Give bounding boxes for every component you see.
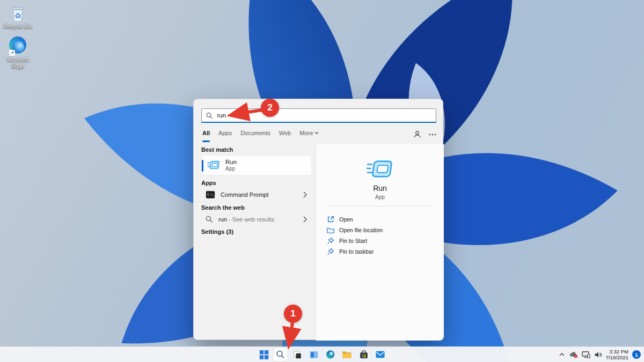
best-match-result-run[interactable]: Run App [201,155,312,175]
tray-date: 7/19/2021 [606,354,628,360]
apps-header: Apps [201,180,216,186]
edge-button[interactable] [324,348,338,361]
recycle-bin-icon: ♻ [8,3,27,23]
folder-icon [327,226,334,234]
svg-text:C:\_: C:\_ [207,193,215,197]
pin-icon [327,237,334,245]
tab-web[interactable]: Web [279,130,291,136]
search-icon [206,216,213,223]
chevron-up-icon [559,352,565,357]
file-explorer-button[interactable] [340,348,354,361]
display-network-icon [582,351,590,358]
mail-button[interactable] [374,348,387,361]
tray-show-hidden-icons-button[interactable] [559,352,565,357]
result-detail-pane: Run App Open Open file location Pin to S… [316,144,444,341]
web-suffix-text: - See web results [229,216,274,223]
edge-icon [326,350,335,359]
tray-volume-button[interactable] [594,351,602,358]
search-filter-tabs: All Apps Documents Web More [202,130,319,136]
command-prompt-icon: C:\_ [206,190,215,200]
search-input[interactable] [217,112,431,119]
run-app-icon-large [367,158,393,181]
run-app-icon [207,160,220,171]
divider [327,206,433,206]
action-pin-to-taskbar[interactable]: Pin to taskbar [327,246,438,257]
active-tab-underline [202,141,210,142]
tab-all[interactable]: All [202,130,210,136]
web-query-text: run [218,216,227,223]
search-the-web-header: Search the web [201,204,245,211]
tab-apps[interactable]: Apps [218,130,232,136]
best-match-title: Run [225,159,237,165]
windows-start-icon [259,350,268,359]
desktop-icon-recycle-bin[interactable]: ♻ Recycle Bin [2,3,33,30]
task-view-button[interactable] [290,348,304,361]
edge-icon: ↗ [8,36,27,56]
task-view-icon [292,350,302,359]
taskbar: 3:32 PM 7/19/2021 1 [0,346,644,362]
chevron-down-icon [314,131,319,135]
file-explorer-icon [342,350,352,359]
start-button[interactable] [257,348,271,361]
speaker-icon [594,351,602,358]
onedrive-cloud-icon [569,351,578,358]
tray-onedrive-button[interactable] [569,351,578,358]
taskbar-search-button[interactable] [274,348,288,361]
settings-header: Settings (3) [201,228,233,235]
result-title: Command Prompt [221,191,268,198]
pin-icon [327,248,334,255]
svg-text:♻: ♻ [14,12,21,20]
desktop-icon-microsoft-edge[interactable]: ↗ Microsoft Edge [2,35,33,69]
mail-icon [376,350,385,359]
action-open-file-location[interactable]: Open file location [327,225,438,235]
desktop-icon-label: Recycle Bin [2,24,33,30]
store-icon [359,350,368,359]
tab-documents[interactable]: Documents [240,130,270,136]
annotation-step-2-badge: 2 [261,99,279,117]
chevron-right-icon[interactable] [303,216,308,223]
microsoft-store-button[interactable] [357,348,371,361]
chevron-right-icon[interactable] [303,191,308,198]
desktop-icon-label: Microsoft Edge [2,57,33,69]
action-pin-to-start[interactable]: Pin to Start [327,235,438,246]
shortcut-arrow-icon: ↗ [9,50,15,56]
tray-clock[interactable]: 3:32 PM 7/19/2021 [606,349,628,361]
result-web-search-run[interactable]: run - See web results [201,212,312,226]
best-match-subtitle: App [225,166,237,172]
widgets-icon [309,350,318,359]
best-match-header: Best match [201,146,233,153]
search-box[interactable] [201,108,436,123]
annotation-step-1-badge: 1 [284,305,302,323]
notification-count-badge[interactable]: 1 [632,350,641,359]
tab-more[interactable]: More [299,130,319,136]
open-icon [327,216,334,223]
widgets-button[interactable] [307,348,321,361]
detail-title: Run [316,184,444,193]
search-icon [206,112,213,119]
search-icon [276,350,285,359]
tray-network-button[interactable] [582,351,590,358]
detail-subtitle: App [316,194,444,200]
selection-accent-bar [202,160,203,172]
result-command-prompt[interactable]: C:\_ Command Prompt [201,188,312,201]
more-options-icon[interactable] [429,134,436,136]
account-icon[interactable] [413,130,421,138]
search-flyout-panel: All Apps Documents Web More Best match [193,99,443,340]
action-open[interactable]: Open [327,214,438,225]
tray-time: 3:32 PM [606,349,628,354]
